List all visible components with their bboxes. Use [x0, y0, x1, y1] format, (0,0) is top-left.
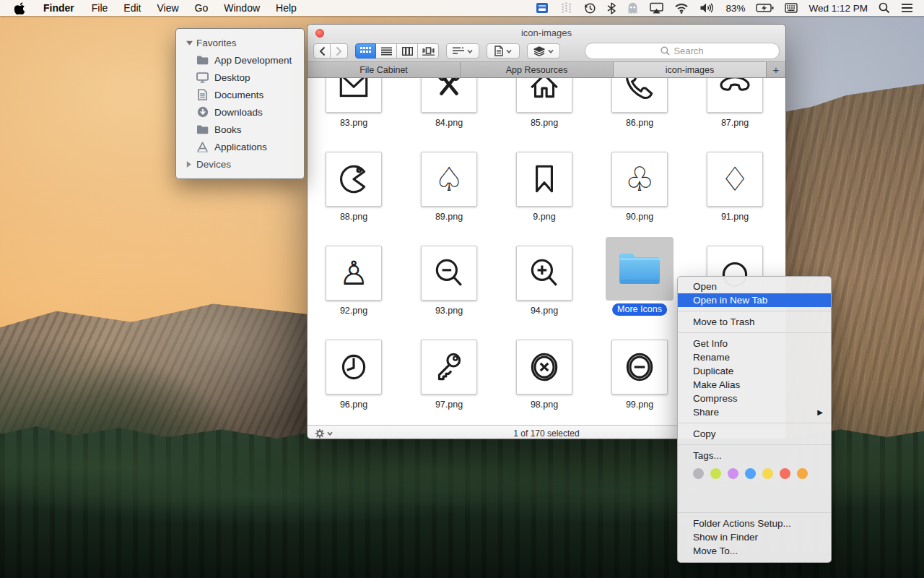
- file-89-png[interactable]: ♤: [421, 152, 477, 207]
- menu-item-open[interactable]: Open: [678, 280, 831, 293]
- arrange-menu-button[interactable]: [446, 43, 479, 59]
- menu-go[interactable]: Go: [187, 0, 217, 16]
- file-label[interactable]: 98.png: [505, 400, 584, 410]
- sidebar-item-books[interactable]: Books: [176, 121, 304, 138]
- file-85-png[interactable]: [516, 78, 572, 113]
- file-label[interactable]: 99.png: [600, 400, 679, 410]
- stack-lines-icon[interactable]: [559, 2, 572, 14]
- tab-app-resources[interactable]: App Resources: [461, 62, 614, 77]
- sidebar-item-documents[interactable]: Documents: [176, 86, 304, 103]
- airplay-icon[interactable]: [650, 2, 663, 14]
- menu-item-folder-actions-setup[interactable]: Folder Actions Setup...: [678, 517, 831, 530]
- file-84-png[interactable]: [421, 78, 477, 113]
- file-label[interactable]: 92.png: [314, 306, 393, 316]
- file-99-png[interactable]: [611, 340, 668, 394]
- menu-item-get-info[interactable]: Get Info: [678, 337, 831, 350]
- file-86-png[interactable]: [611, 78, 668, 113]
- notification-center-icon[interactable]: [901, 3, 913, 13]
- new-tab-button[interactable]: +: [767, 62, 785, 77]
- file-label[interactable]: 83.png: [314, 118, 393, 128]
- folder-more-icons[interactable]: [616, 250, 663, 288]
- file-label[interactable]: 97.png: [409, 400, 489, 410]
- file-label[interactable]: 94.png: [505, 306, 584, 316]
- file-label[interactable]: 93.png: [409, 306, 489, 316]
- file-label[interactable]: 91.png: [695, 212, 775, 222]
- forward-button[interactable]: [331, 43, 348, 59]
- menu-item-copy[interactable]: Copy: [678, 427, 831, 441]
- triangle-down-icon[interactable]: [186, 40, 196, 46]
- menu-edit[interactable]: Edit: [116, 0, 149, 16]
- tag-color-dot-2[interactable]: [728, 468, 738, 479]
- tab-icon-images[interactable]: icon-images: [614, 62, 767, 77]
- column-view-button[interactable]: [397, 43, 418, 59]
- menu-bar-clock[interactable]: Wed 1:12 PM: [808, 3, 868, 14]
- file-83-png[interactable]: [326, 78, 382, 113]
- menu-item-show-in-finder[interactable]: Show in Finder: [678, 530, 831, 544]
- tag-color-dot-6[interactable]: [797, 468, 808, 479]
- menu-view[interactable]: View: [149, 0, 186, 16]
- file-98-png[interactable]: [516, 340, 572, 394]
- spotlight-icon[interactable]: [879, 2, 890, 14]
- tag-color-dot-0[interactable]: [693, 468, 704, 479]
- file-label[interactable]: 90.png: [600, 212, 679, 222]
- selected-file-label[interactable]: More Icons: [612, 303, 667, 316]
- menu-file[interactable]: File: [84, 0, 116, 16]
- coverflow-view-button[interactable]: [418, 43, 439, 59]
- file-9-png[interactable]: [516, 152, 572, 207]
- file-91-png[interactable]: ♢: [707, 152, 763, 207]
- sidebar-item-applications[interactable]: Applications: [176, 138, 304, 155]
- file-93-png[interactable]: [421, 246, 477, 301]
- file-label[interactable]: 96.png: [314, 400, 393, 410]
- ghost-icon[interactable]: [627, 2, 639, 14]
- file-97-png[interactable]: [421, 340, 477, 394]
- title-bar[interactable]: icon-images: [308, 25, 785, 40]
- bluetooth-icon[interactable]: [607, 2, 616, 14]
- file-87-png[interactable]: [707, 78, 763, 113]
- file-90-png[interactable]: ♧: [611, 152, 668, 207]
- tag-color-dot-1[interactable]: [710, 468, 721, 479]
- menu-item-compress[interactable]: Compress: [678, 392, 831, 405]
- time-machine-icon[interactable]: [583, 2, 596, 14]
- wifi-icon[interactable]: [674, 2, 689, 14]
- file-96-png[interactable]: [326, 340, 382, 394]
- list-view-button[interactable]: [376, 43, 397, 59]
- volume-icon[interactable]: [699, 2, 715, 14]
- sidebar-section-favorites[interactable]: Favorites: [176, 34, 304, 51]
- battery-charging-icon[interactable]: [756, 2, 774, 14]
- apple-menu[interactable]: [0, 2, 34, 14]
- drawer-icon[interactable]: [536, 2, 549, 14]
- file-94-png[interactable]: [516, 246, 572, 301]
- icon-view-button[interactable]: [355, 43, 376, 59]
- menu-help[interactable]: Help: [268, 0, 305, 16]
- menu-window[interactable]: Window: [216, 0, 268, 16]
- sidebar-section-devices[interactable]: Devices: [176, 155, 304, 173]
- file-label[interactable]: 88.png: [314, 212, 393, 222]
- tag-color-dot-4[interactable]: [762, 468, 773, 479]
- back-button[interactable]: [313, 43, 331, 59]
- sidebar-item-downloads[interactable]: Downloads: [176, 103, 304, 121]
- keyboard-viewer-icon[interactable]: [785, 2, 798, 14]
- tag-color-dot-3[interactable]: [745, 468, 756, 479]
- menu-item-open-in-new-tab[interactable]: Open in New Tab: [678, 293, 831, 307]
- sidebar-item-desktop[interactable]: Desktop: [176, 69, 304, 86]
- menu-item-share[interactable]: Share▶: [678, 405, 831, 419]
- menu-item-move-to-trash[interactable]: Move to Trash: [678, 315, 831, 329]
- menu-item-rename[interactable]: Rename: [678, 350, 831, 364]
- file-label[interactable]: 84.png: [409, 118, 489, 128]
- file-label[interactable]: 87.png: [695, 118, 775, 128]
- menu-item-move-to[interactable]: Move To...: [678, 544, 831, 558]
- file-88-png[interactable]: [326, 152, 382, 207]
- layers-menu-button[interactable]: [527, 43, 560, 59]
- triangle-right-icon[interactable]: [186, 161, 196, 168]
- file-92-png[interactable]: ♙: [326, 246, 382, 301]
- menu-item-duplicate[interactable]: Duplicate: [678, 364, 831, 378]
- tag-color-dot-5[interactable]: [780, 468, 790, 479]
- menu-item-tags[interactable]: Tags...: [678, 449, 831, 462]
- search-input[interactable]: Search: [585, 43, 780, 59]
- file-label[interactable]: 89.png: [409, 212, 489, 222]
- file-label[interactable]: 85.png: [505, 118, 584, 128]
- document-menu-button[interactable]: [487, 43, 520, 59]
- menu-item-make-alias[interactable]: Make Alias: [678, 378, 831, 392]
- sidebar-item-app-development[interactable]: App Development: [176, 51, 304, 69]
- file-label[interactable]: 86.png: [600, 118, 679, 128]
